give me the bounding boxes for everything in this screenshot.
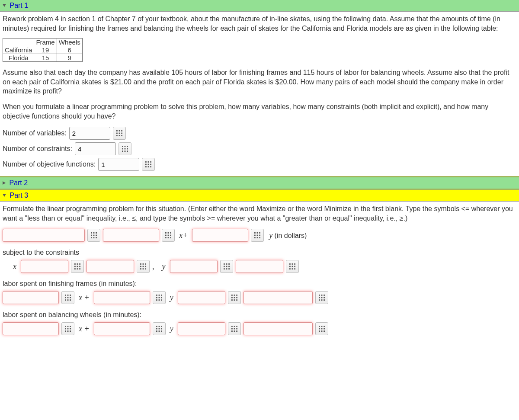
part1-header[interactable]: Part 1	[0, 0, 519, 12]
svg-rect-64	[143, 263, 144, 265]
maxmin-input[interactable]	[3, 229, 85, 242]
y-ineq-input[interactable]	[170, 260, 218, 273]
svg-rect-135	[156, 326, 157, 327]
keypad-icon[interactable]	[142, 158, 155, 171]
keypad-icon[interactable]	[87, 229, 100, 242]
svg-rect-160	[321, 331, 322, 332]
part1-para2: Assume also that each day the company ha…	[3, 68, 516, 96]
constraints-input[interactable]	[75, 142, 116, 155]
svg-rect-7	[119, 135, 120, 136]
table-row: Frame Wheels	[3, 38, 83, 46]
svg-rect-46	[257, 232, 258, 234]
part1-para3: When you formulate a linear programming …	[3, 102, 516, 121]
svg-rect-0	[116, 130, 118, 131]
svg-rect-151	[234, 331, 235, 332]
svg-rect-120	[319, 297, 320, 298]
svg-rect-137	[161, 326, 162, 327]
svg-rect-161	[324, 331, 325, 332]
svg-rect-116	[236, 300, 237, 301]
frames-rhs-input[interactable]	[243, 291, 313, 304]
svg-rect-138	[156, 328, 157, 330]
svg-rect-113	[236, 297, 237, 298]
frames-coef-y-input[interactable]	[94, 291, 150, 304]
svg-rect-143	[161, 331, 162, 332]
svg-rect-94	[67, 297, 69, 298]
svg-rect-56	[79, 263, 80, 265]
keypad-icon[interactable]	[315, 322, 328, 335]
keypad-icon[interactable]	[153, 322, 166, 335]
wheels-coef-y-input[interactable]	[94, 322, 150, 335]
svg-rect-122	[324, 297, 325, 298]
keypad-icon[interactable]	[228, 291, 241, 304]
svg-rect-129	[65, 328, 66, 330]
frames-ineq-input[interactable]	[178, 291, 225, 304]
coef-y-input[interactable]	[192, 229, 248, 242]
svg-rect-144	[231, 326, 233, 327]
keypad-icon[interactable]	[286, 260, 299, 273]
keypad-icon[interactable]	[153, 291, 166, 304]
svg-rect-52	[257, 237, 258, 239]
svg-rect-85	[292, 266, 293, 267]
svg-rect-61	[77, 269, 78, 270]
x-bound-input[interactable]	[86, 260, 134, 273]
math-xplus: x +	[79, 324, 90, 333]
svg-rect-152	[236, 331, 237, 332]
constraints-row: Number of constraints:	[3, 142, 516, 155]
y-bound-input[interactable]	[236, 260, 283, 273]
svg-rect-68	[145, 266, 146, 267]
svg-rect-23	[150, 164, 151, 165]
wheels-row: x + y	[3, 322, 516, 335]
comma: ,	[152, 262, 154, 271]
keypad-icon[interactable]	[315, 291, 328, 304]
x-ineq-input[interactable]	[21, 260, 68, 273]
variables-input[interactable]	[69, 127, 110, 140]
frames-label: labor spent on finishing frames (in minu…	[3, 280, 516, 288]
math-xplus: x+	[179, 231, 188, 240]
wheels-ineq-input[interactable]	[178, 322, 225, 335]
svg-rect-141	[156, 331, 157, 332]
wheels-coef-x-input[interactable]	[3, 322, 59, 335]
table-row: California 19 6	[3, 46, 83, 54]
keypad-icon[interactable]	[162, 229, 175, 242]
data-table: Frame Wheels California 19 6 Florida 15 …	[3, 38, 83, 62]
svg-rect-40	[168, 235, 169, 236]
svg-rect-58	[77, 266, 78, 267]
frames-coef-x-input[interactable]	[3, 291, 59, 304]
svg-rect-102	[156, 297, 157, 298]
svg-rect-150	[231, 331, 233, 332]
svg-rect-108	[231, 295, 233, 296]
svg-rect-159	[319, 331, 320, 332]
svg-rect-73	[226, 263, 227, 265]
svg-rect-2	[121, 130, 122, 131]
svg-rect-146	[236, 326, 237, 327]
keypad-icon[interactable]	[71, 260, 84, 273]
svg-rect-105	[156, 300, 157, 301]
keypad-icon[interactable]	[61, 322, 74, 335]
math-y: y	[170, 293, 173, 302]
svg-rect-28	[93, 232, 95, 234]
coef-x-input[interactable]	[103, 229, 159, 242]
keypad-icon[interactable]	[137, 260, 150, 273]
keypad-icon[interactable]	[113, 127, 126, 140]
keypad-icon[interactable]	[251, 229, 264, 242]
svg-rect-133	[67, 331, 69, 332]
part2-header[interactable]: Part 2	[0, 176, 519, 190]
objective-input[interactable]	[98, 158, 139, 171]
svg-rect-24	[145, 166, 147, 167]
svg-rect-34	[93, 237, 95, 239]
svg-rect-27	[91, 232, 92, 234]
frames-row: x + y	[3, 291, 516, 304]
wheels-rhs-input[interactable]	[243, 322, 313, 335]
keypad-icon[interactable]	[61, 291, 74, 304]
svg-rect-142	[158, 331, 160, 332]
keypad-icon[interactable]	[228, 322, 241, 335]
svg-rect-99	[156, 295, 157, 296]
part3-header[interactable]: Part 3	[0, 190, 519, 202]
svg-rect-95	[70, 297, 71, 298]
svg-rect-80	[228, 269, 230, 270]
keypad-icon[interactable]	[220, 260, 233, 273]
svg-rect-109	[234, 295, 235, 296]
keypad-icon[interactable]	[119, 142, 131, 155]
subject-label: subject to the constraints	[3, 249, 516, 256]
svg-rect-140	[161, 328, 162, 330]
